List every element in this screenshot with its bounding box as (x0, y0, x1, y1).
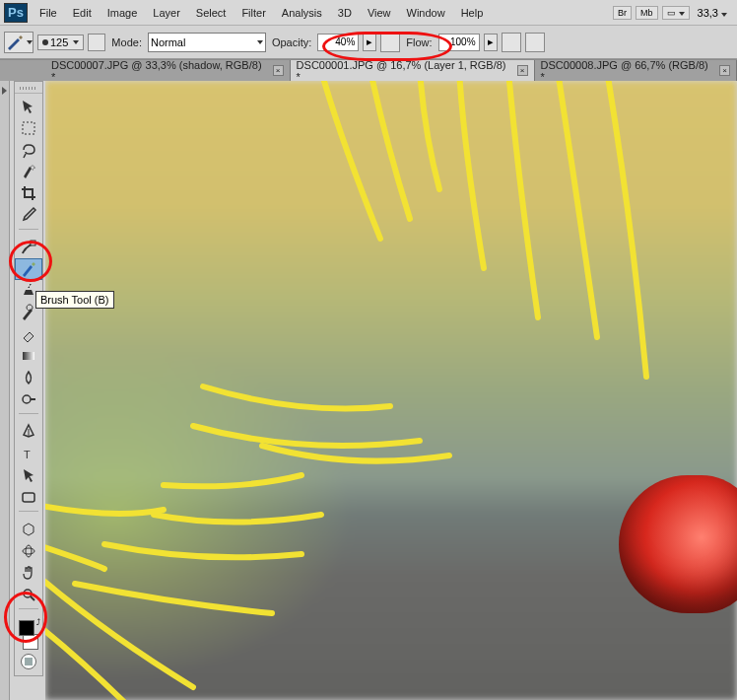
foreground-color-swatch[interactable] (19, 620, 34, 636)
brush-panel-toggle[interactable] (88, 34, 105, 51)
svg-rect-3 (23, 352, 34, 360)
close-icon[interactable]: × (719, 65, 730, 76)
app-logo: Ps (4, 3, 28, 23)
document-tab-0[interactable]: DSC00007.JPG @ 33,3% (shadow, RGB/8) * × (45, 60, 291, 81)
tooltip: Brush Tool (B) (35, 291, 114, 309)
screen-mode-button[interactable]: ▭ (662, 6, 690, 20)
quick-mask-toggle[interactable] (21, 654, 36, 669)
brush-tool[interactable] (15, 258, 42, 280)
tab-label: DSC00008.JPG @ 66,7% (RGB/8) * (541, 59, 714, 83)
document-image (45, 81, 737, 700)
minibridge-launcher[interactable]: Mb (636, 6, 658, 20)
marquee-tool[interactable] (15, 117, 42, 139)
svg-text:T: T (24, 449, 31, 460)
svg-rect-2 (31, 241, 35, 245)
flow-input[interactable]: 100% (438, 34, 480, 51)
healing-brush-tool[interactable] (15, 237, 42, 258)
svg-point-11 (24, 590, 32, 597)
menu-3d[interactable]: 3D (330, 3, 360, 23)
eraser-tool[interactable] (15, 323, 42, 345)
quick-select-tool[interactable] (15, 161, 42, 182)
mode-value: Normal (151, 36, 185, 48)
menu-select[interactable]: Select (188, 3, 234, 23)
menu-file[interactable]: File (32, 3, 65, 23)
brush-size-value: 125 (50, 36, 68, 48)
document-tabs: DSC00007.JPG @ 33,3% (shadow, RGB/8) * ×… (0, 59, 737, 81)
svg-point-4 (23, 395, 31, 403)
chevron-down-icon (257, 40, 263, 44)
brush-icon (6, 35, 24, 50)
color-swatches[interactable]: ⤴ (19, 620, 38, 650)
menu-window[interactable]: Window (399, 3, 453, 23)
svg-rect-0 (23, 122, 34, 134)
hand-tool[interactable] (15, 562, 42, 584)
tools-panel: T ⤴ (14, 81, 43, 676)
document-tab-1[interactable]: DSC00001.JPG @ 16,7% (Layer 1, RGB/8) * … (291, 60, 535, 81)
bridge-launcher[interactable]: Br (613, 6, 632, 20)
airbrush-toggle[interactable] (502, 33, 521, 52)
path-select-tool[interactable] (15, 464, 42, 486)
menu-analysis[interactable]: Analysis (274, 3, 330, 23)
tablet-size-toggle[interactable] (525, 33, 545, 52)
svg-rect-8 (23, 493, 34, 502)
menu-edit[interactable]: Edit (65, 3, 100, 23)
svg-line-12 (31, 596, 34, 600)
dodge-tool[interactable] (15, 388, 42, 410)
background-color-swatch[interactable] (23, 634, 38, 650)
menu-layer[interactable]: Layer (145, 3, 188, 23)
menu-filter[interactable]: Filter (234, 3, 273, 23)
eyedropper-tool[interactable] (15, 204, 42, 226)
close-icon[interactable]: × (517, 65, 528, 76)
svg-point-9 (23, 548, 34, 554)
zoom-value: 33,3 (698, 7, 718, 19)
mode-select[interactable]: Normal (148, 33, 266, 52)
gradient-tool[interactable] (15, 345, 42, 367)
menu-view[interactable]: View (360, 3, 399, 23)
brush-strokes-overlay (45, 81, 737, 700)
svg-point-1 (31, 166, 34, 170)
panel-drag-handle[interactable] (15, 84, 42, 94)
canvas[interactable] (45, 81, 737, 700)
menu-help[interactable]: Help (453, 3, 492, 23)
brush-picker[interactable]: 125 (37, 35, 84, 50)
opacity-label: Opacity: (272, 36, 311, 48)
blur-tool[interactable] (15, 367, 42, 388)
flow-label: Flow: (406, 36, 432, 48)
svg-point-10 (26, 545, 32, 557)
pen-tool[interactable] (15, 421, 42, 443)
zoom-tool[interactable] (15, 584, 42, 605)
tool-preset-picker[interactable] (4, 32, 34, 53)
crop-tool[interactable] (15, 182, 42, 204)
3d-orbit-tool[interactable] (15, 540, 42, 562)
3d-rotate-tool[interactable] (15, 519, 42, 540)
opacity-input[interactable]: 40% (317, 34, 359, 51)
options-bar: 125 Mode: Normal Opacity: 40% ▸ Flow: 10… (0, 26, 737, 59)
flow-flyout[interactable]: ▸ (484, 34, 498, 51)
lasso-tool[interactable] (15, 139, 42, 161)
tab-label: DSC00007.JPG @ 33,3% (shadow, RGB/8) * (51, 59, 268, 83)
shape-tool[interactable] (15, 486, 42, 508)
swap-colors-icon[interactable]: ⤴ (36, 618, 40, 627)
zoom-level[interactable]: 33,3 (698, 7, 727, 19)
mode-label: Mode: (111, 36, 142, 48)
document-tab-2[interactable]: DSC00008.JPG @ 66,7% (RGB/8) * × (535, 60, 737, 81)
menubar: Ps File Edit Image Layer Select Filter A… (0, 0, 737, 26)
tablet-opacity-toggle[interactable] (380, 33, 400, 52)
collapse-panels-strip[interactable] (0, 81, 10, 700)
type-tool[interactable]: T (15, 443, 42, 464)
menu-image[interactable]: Image (100, 3, 146, 23)
brush-preview-icon (42, 39, 48, 45)
opacity-flyout[interactable]: ▸ (363, 34, 376, 51)
tab-label: DSC00001.JPG @ 16,7% (Layer 1, RGB/8) * (297, 59, 512, 83)
close-icon[interactable]: × (273, 65, 284, 76)
move-tool[interactable] (15, 96, 42, 117)
